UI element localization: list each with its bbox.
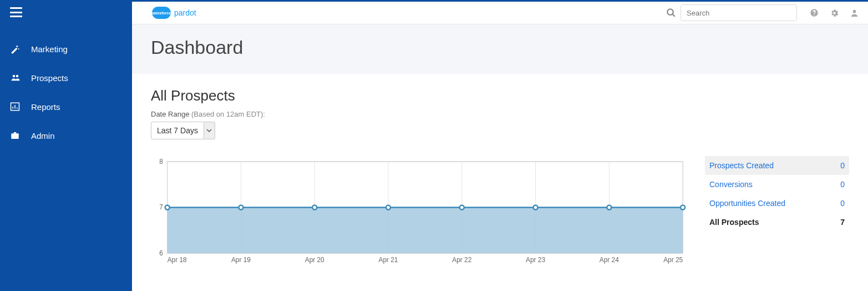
- svg-point-27: [312, 205, 317, 210]
- search-wrap: [666, 4, 797, 21]
- svg-point-29: [460, 205, 464, 210]
- legend-value: 7: [840, 218, 845, 227]
- search-icon[interactable]: [666, 8, 676, 18]
- bar-chart-icon: [10, 102, 31, 112]
- wand-icon: [10, 44, 31, 54]
- svg-point-1: [16, 75, 19, 78]
- search-input[interactable]: [681, 4, 797, 21]
- help-icon[interactable]: [809, 8, 819, 18]
- date-range-label: Date Range (Based on 12am EDT):: [151, 110, 849, 118]
- legend-name: All Prospects: [709, 218, 759, 227]
- legend-row[interactable]: Prospects Created0: [705, 156, 849, 175]
- legend-name: Conversions: [709, 180, 753, 189]
- legend-value: 0: [840, 199, 845, 208]
- page-header: Dashboard: [132, 24, 868, 74]
- chart: 678Apr 18Apr 19Apr 20Apr 21Apr 22Apr 23A…: [151, 156, 688, 269]
- section-title: All Prospects: [151, 87, 849, 104]
- nav-label: Marketing: [31, 44, 68, 54]
- legend-row[interactable]: Opportunities Created0: [705, 194, 849, 213]
- svg-point-28: [386, 205, 390, 210]
- legend-name: Prospects Created: [709, 161, 774, 170]
- svg-text:6: 6: [159, 249, 163, 257]
- content-area: All Prospects Date Range (Based on 12am …: [132, 74, 868, 275]
- nav-item-reports[interactable]: Reports: [0, 92, 132, 121]
- svg-text:Apr 20: Apr 20: [305, 256, 324, 264]
- svg-text:Apr 22: Apr 22: [452, 256, 471, 264]
- svg-text:Apr 24: Apr 24: [600, 256, 619, 264]
- nav-label: Reports: [31, 102, 60, 112]
- svg-point-31: [607, 205, 611, 210]
- nav-item-marketing[interactable]: Marketing: [0, 34, 132, 63]
- svg-point-32: [681, 205, 685, 210]
- svg-text:Apr 19: Apr 19: [231, 256, 251, 264]
- svg-text:Apr 23: Apr 23: [526, 256, 545, 264]
- legend-value: 0: [840, 180, 845, 189]
- brand-word: pardot: [174, 8, 196, 17]
- legend-name: Opportunities Created: [709, 199, 785, 208]
- legend-row[interactable]: Conversions0: [705, 175, 849, 194]
- briefcase-icon: [10, 131, 31, 141]
- date-range-selector[interactable]: Last 7 Days: [151, 122, 849, 139]
- svg-point-30: [534, 205, 538, 210]
- svg-text:Apr 21: Apr 21: [379, 256, 398, 264]
- sidebar: Marketing Prospects Reports Admin: [0, 0, 132, 291]
- legend: Prospects Created0Conversions0Opportunit…: [705, 156, 849, 269]
- topbar: salesforce pardot: [132, 0, 868, 24]
- svg-point-25: [165, 205, 170, 210]
- user-icon[interactable]: [849, 8, 859, 18]
- svg-text:8: 8: [159, 158, 163, 165]
- svg-text:Apr 18: Apr 18: [167, 256, 187, 264]
- hamburger-icon[interactable]: [10, 7, 22, 17]
- legend-row[interactable]: All Prospects7: [705, 213, 849, 232]
- people-icon: [10, 73, 31, 83]
- chevron-down-icon[interactable]: [204, 122, 215, 139]
- svg-point-9: [852, 9, 856, 13]
- svg-line-8: [672, 14, 675, 17]
- page-title: Dashboard: [151, 37, 849, 58]
- brand-logo[interactable]: salesforce pardot: [152, 7, 196, 19]
- nav: Marketing Prospects Reports Admin: [0, 24, 132, 150]
- svg-text:7: 7: [159, 203, 163, 211]
- date-range-value: Last 7 Days: [151, 122, 204, 139]
- legend-value: 0: [840, 161, 845, 170]
- nav-item-prospects[interactable]: Prospects: [0, 63, 132, 92]
- svg-point-0: [13, 75, 16, 78]
- svg-point-7: [667, 9, 673, 15]
- nav-label: Admin: [31, 131, 55, 141]
- sidebar-top: [0, 0, 132, 24]
- svg-rect-6: [11, 133, 19, 139]
- main: salesforce pardot: [132, 0, 868, 291]
- nav-label: Prospects: [31, 73, 68, 83]
- svg-point-26: [238, 205, 243, 210]
- svg-text:Apr 25: Apr 25: [663, 256, 683, 264]
- nav-item-admin[interactable]: Admin: [0, 121, 132, 150]
- gear-icon[interactable]: [829, 8, 839, 18]
- salesforce-cloud-icon: salesforce: [152, 7, 171, 19]
